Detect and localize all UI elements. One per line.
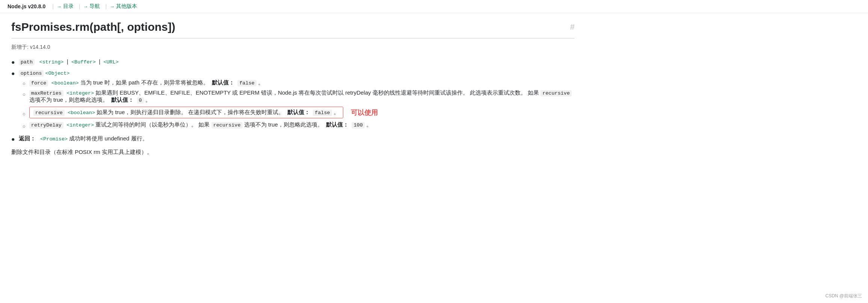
sub-param-force-desc: 当为 true 时，如果 path 不存在，则异常将被忽略。 (80, 79, 209, 86)
sub-bullet-recursive: ○ (23, 111, 26, 117)
param-list: ● path <string> | <Buffer> | <URL> ● opt… (11, 58, 575, 143)
sub-param-force-default-val: false (237, 80, 257, 86)
bullet-path: ● (11, 59, 15, 66)
can-use-label: 可以使用 (351, 108, 378, 117)
param-path-type-url[interactable]: <URL> (103, 59, 119, 65)
sub-param-force-default-label: 默认值： (212, 79, 234, 86)
sub-param-recursive-default-val: false (313, 110, 332, 116)
param-path-name: path (19, 59, 35, 65)
sub-param-recursive-default-label: 默认值： (287, 109, 310, 115)
sub-param-recursive-type[interactable]: <boolean> (68, 110, 95, 116)
sub-param-maxretries-desc: 如果遇到 EBUSY、EMFILE、ENFILE、ENOTEMPTY 或 EPE… (29, 89, 572, 103)
page-title-section: fsPromises.rm(path[, options]) # (11, 21, 575, 39)
nav-link-versions[interactable]: 其他版本 (110, 3, 137, 10)
param-path-type-string[interactable]: <string> (39, 59, 64, 65)
anchor-link[interactable]: # (570, 22, 575, 32)
sep-1: | (52, 3, 54, 9)
sub-param-maxretries-default-val: 0 (137, 97, 144, 104)
sub-param-retrydelay-default-label: 默认值： (326, 121, 349, 128)
bullet-options: ● (11, 70, 15, 77)
nav-link-nav[interactable]: 导航 (83, 3, 100, 10)
sub-bullet-force: ○ (23, 81, 26, 86)
sub-param-list: ○ force <boolean> 当为 true 时，如果 path 不存在，… (11, 79, 575, 131)
sub-bullet-maxretries: ○ (23, 92, 26, 97)
return-type[interactable]: <Promise> (40, 136, 68, 142)
sub-param-maxretries-name: maxRetries (29, 90, 63, 96)
param-path: ● path <string> | <Buffer> | <URL> (11, 58, 575, 66)
param-path-type-buffer[interactable]: <Buffer> (71, 59, 96, 65)
sub-param-force-name: force (29, 80, 48, 86)
sub-param-retrydelay-desc: 重试之间等待的时间（以毫秒为单位）。 如果 recursive 选项不为 tru… (95, 121, 323, 128)
sub-param-recursive-name: recursive (33, 110, 65, 116)
sub-param-retrydelay-default-val: 100 (352, 122, 364, 128)
recursive-highlight-box: recursive <boolean> 如果为 true，则执行递归目录删除。 … (29, 107, 343, 118)
param-options: ● options <Object> ○ force <boolean> 当为 … (11, 69, 575, 131)
added-since: 新增于: v14.14.0 (11, 44, 575, 51)
sub-param-maxretries-type[interactable]: <integer> (66, 90, 94, 96)
sub-param-retrydelay-type[interactable]: <integer> (66, 122, 94, 128)
bullet-return: ● (11, 136, 15, 143)
param-options-name: options (19, 70, 44, 77)
sub-param-retrydelay-name: retryDelay (29, 122, 63, 128)
param-options-type[interactable]: <Object> (45, 71, 70, 76)
sub-param-retrydelay: ○ retryDelay <integer> 重试之间等待的时间（以毫秒为单位）… (11, 121, 575, 128)
sub-param-maxretries-default-label: 默认值： (111, 96, 134, 103)
sub-param-force-type[interactable]: <boolean> (51, 80, 79, 86)
sub-param-force: ○ force <boolean> 当为 true 时，如果 path 不存在，… (11, 79, 575, 86)
nodejs-version: Node.js v20.8.0 (8, 3, 45, 9)
nav-link-toc[interactable]: 目录 (57, 3, 74, 10)
sub-param-recursive-wrapper: ○ recursive <boolean> 如果为 true，则执行递归目录删除… (11, 107, 575, 118)
page-title: fsPromises.rm(path[, options]) (11, 21, 175, 33)
main-content: fsPromises.rm(path[, options]) # 新增于: v1… (0, 13, 586, 167)
bottom-description: 删除文件和目录（在标准 POSIX rm 实用工具上建模）。 (11, 149, 575, 156)
top-bar: Node.js v20.8.0 | 目录 | 导航 | 其他版本 (0, 0, 868, 13)
return-desc: 成功时将使用 undefined 履行。 (69, 135, 148, 142)
sub-param-maxretries: ○ maxRetries <integer> 如果遇到 EBUSY、EMFILE… (11, 89, 575, 104)
sub-param-recursive-desc: 如果为 true，则执行递归目录删除。 在递归模式下，操作将在失败时重试。 (97, 109, 284, 115)
return-label: 返回： (19, 135, 36, 142)
sub-bullet-retrydelay: ○ (23, 124, 26, 129)
sep-3: | (105, 3, 107, 9)
sep-2: | (79, 3, 80, 9)
param-return: ● 返回： <Promise> 成功时将使用 undefined 履行。 (11, 135, 575, 143)
